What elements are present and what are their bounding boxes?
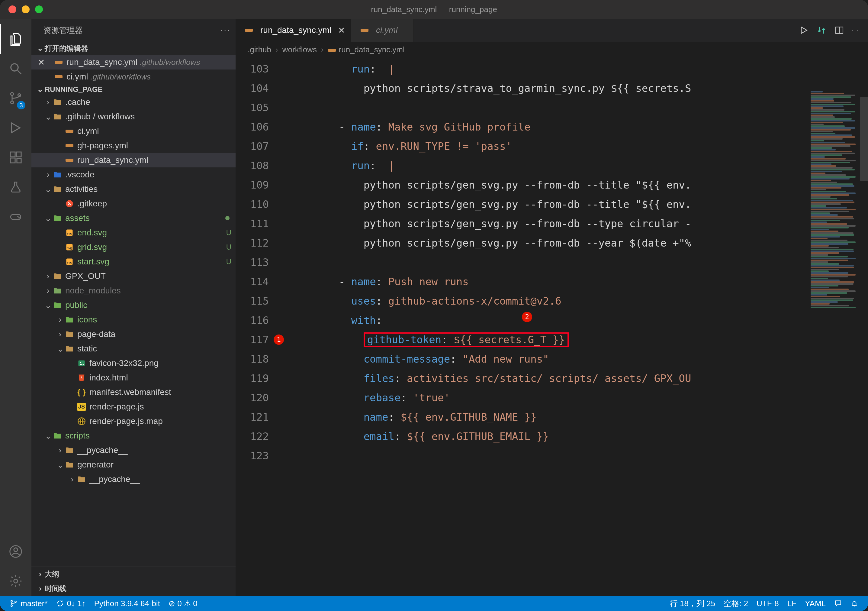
folder-row[interactable]: ›.cache bbox=[31, 95, 236, 109]
file-row[interactable]: run_data_sync.yml bbox=[31, 153, 236, 167]
split-editor-icon[interactable] bbox=[834, 25, 844, 35]
file-tree: ›.cache⌄.github / workflowsci.ymlgh-page… bbox=[31, 95, 236, 567]
accounts-activity[interactable] bbox=[0, 537, 31, 566]
line-number: 115 bbox=[236, 291, 277, 311]
close-icon[interactable]: ✕ bbox=[36, 58, 46, 67]
git-compare-icon[interactable] bbox=[816, 25, 827, 35]
folder-row[interactable]: ›page-data bbox=[31, 327, 236, 342]
folder-row[interactable]: ⌄static bbox=[31, 342, 236, 356]
cursor-label: 行 18，列 25 bbox=[670, 598, 715, 609]
sync-status[interactable]: 0↓ 1↑ bbox=[52, 599, 90, 608]
file-row[interactable]: gh-pages.yml bbox=[31, 138, 236, 153]
eol-label: LF bbox=[787, 599, 797, 608]
activity-bar: 3 bbox=[0, 19, 31, 596]
bell-status[interactable] bbox=[846, 600, 863, 607]
search-activity[interactable] bbox=[0, 54, 31, 83]
chevron-right-icon: › bbox=[44, 97, 52, 107]
folder-row[interactable]: ⌄assets bbox=[31, 211, 236, 225]
file-row[interactable]: JSrender-page.js bbox=[31, 400, 236, 414]
breadcrumb-item[interactable]: run_data_sync.yml bbox=[328, 45, 405, 54]
run-activity[interactable] bbox=[0, 113, 31, 143]
file-type-icon bbox=[76, 358, 87, 368]
minimap[interactable] bbox=[811, 91, 859, 302]
folder-row[interactable]: ⌄generator bbox=[31, 457, 236, 472]
file-row[interactable]: render-page.js.map bbox=[31, 414, 236, 429]
file-row[interactable]: svggrid.svgU bbox=[31, 240, 236, 255]
timeline-section[interactable]: ›时间线 bbox=[31, 581, 236, 596]
editor-tab[interactable]: ci.yml bbox=[351, 19, 414, 42]
code-line: run: | bbox=[289, 156, 868, 175]
python-status[interactable]: Python 3.9.4 64-bit bbox=[90, 599, 164, 608]
scm-activity[interactable]: 3 bbox=[0, 83, 31, 113]
folder-row[interactable]: ›node_modules bbox=[31, 283, 236, 298]
folder-row[interactable]: ⌄public bbox=[31, 298, 236, 312]
cursor-status[interactable]: 行 18，列 25 bbox=[666, 598, 719, 609]
more-icon[interactable]: ··· bbox=[852, 28, 860, 33]
branch-status[interactable]: master* bbox=[5, 599, 52, 608]
file-row[interactable]: ci.yml bbox=[31, 124, 236, 138]
problems-status[interactable]: ⊘ 0 ⚠ 0 bbox=[164, 599, 202, 608]
code-content[interactable]: run: | python scripts/strava_to_garmin_s… bbox=[289, 58, 868, 596]
tree-label: render-page.js.map bbox=[89, 417, 163, 426]
settings-activity[interactable] bbox=[0, 566, 31, 596]
lang-status[interactable]: YAML bbox=[801, 599, 830, 608]
gear-icon bbox=[9, 574, 23, 588]
outline-section[interactable]: ›大纲 bbox=[31, 567, 236, 581]
line-number: 103 bbox=[236, 59, 277, 79]
more-icon[interactable]: ··· bbox=[220, 26, 231, 35]
run-icon[interactable] bbox=[799, 25, 809, 35]
folder-row[interactable]: ⌄activities bbox=[31, 182, 236, 196]
folder-row[interactable]: ›GPX_OUT bbox=[31, 269, 236, 283]
code-line: python scripts/gen_svg.py --from-db --ti… bbox=[289, 175, 868, 194]
project-header[interactable]: ⌄ RUNNING_PAGE bbox=[31, 84, 236, 95]
chevron-down-icon: ⌄ bbox=[36, 44, 45, 53]
breadcrumb-item[interactable]: .github bbox=[248, 45, 271, 54]
open-editor-item[interactable]: ✕run_data_sync.yml.github/workflows bbox=[31, 55, 236, 70]
close-icon[interactable]: ✕ bbox=[338, 25, 345, 35]
open-editors-section[interactable]: ⌄ 打开的编辑器 bbox=[31, 42, 236, 55]
code-line: name: ${{ env.GITHUB_NAME }} bbox=[289, 407, 868, 427]
breadcrumb[interactable]: .github›workflows›run_data_sync.yml bbox=[236, 42, 868, 58]
vertical-scrollbar[interactable] bbox=[860, 97, 868, 181]
folder-row[interactable]: ›.vscode bbox=[31, 167, 236, 182]
file-row[interactable]: .gitkeep bbox=[31, 196, 236, 211]
file-type-icon bbox=[52, 97, 63, 107]
open-editor-item[interactable]: ci.yml.github/workflows bbox=[31, 70, 236, 84]
file-type-icon bbox=[64, 445, 75, 456]
encoding-status[interactable]: UTF-8 bbox=[752, 599, 783, 608]
folder-row[interactable]: ›__pycache__ bbox=[31, 472, 236, 487]
editor-tab[interactable]: run_data_sync.yml✕ bbox=[236, 19, 351, 42]
indent-status[interactable]: 空格: 2 bbox=[719, 598, 752, 609]
folder-row[interactable]: ⌄.github / workflows bbox=[31, 109, 236, 124]
file-row[interactable]: 5index.html bbox=[31, 370, 236, 385]
svg-rect-4 bbox=[11, 215, 21, 220]
svg-point-5 bbox=[17, 216, 19, 217]
explorer-activity[interactable] bbox=[0, 24, 31, 54]
folder-row[interactable]: ›__pycache__ bbox=[31, 443, 236, 457]
yaml-icon bbox=[359, 25, 370, 36]
file-row[interactable]: svgstart.svgU bbox=[31, 255, 236, 269]
folder-row[interactable]: ⌄scripts bbox=[31, 429, 236, 443]
folder-row[interactable]: ›icons bbox=[31, 312, 236, 327]
feedback-icon bbox=[834, 600, 842, 607]
feedback-status[interactable] bbox=[830, 600, 846, 607]
code-line bbox=[289, 98, 868, 117]
code-line: python scripts/strava_to_garmin_sync.py … bbox=[289, 79, 868, 98]
remote-activity[interactable] bbox=[0, 202, 31, 232]
play-bug-icon bbox=[8, 121, 23, 135]
tab-bar: run_data_sync.yml✕ci.yml ··· bbox=[236, 19, 868, 42]
svg-point-18 bbox=[80, 362, 81, 363]
extensions-activity[interactable] bbox=[0, 143, 31, 172]
code-line: python scripts/gen_svg.py --from-db --ti… bbox=[289, 194, 868, 214]
editor-body[interactable]: 1031041051061071081091101111121131141151… bbox=[236, 58, 868, 596]
file-row[interactable]: svgend.svgU bbox=[31, 225, 236, 240]
tree-label: activities bbox=[65, 184, 98, 194]
file-row[interactable]: favicon-32x32.png bbox=[31, 356, 236, 370]
testing-activity[interactable] bbox=[0, 172, 31, 202]
line-number: 104 bbox=[236, 79, 277, 98]
file-row[interactable]: { }manifest.webmanifest bbox=[31, 385, 236, 400]
breadcrumb-item[interactable]: workflows bbox=[282, 45, 317, 54]
annotation-marker: 1 bbox=[274, 334, 284, 345]
file-type-icon bbox=[52, 300, 63, 311]
eol-status[interactable]: LF bbox=[783, 599, 801, 608]
